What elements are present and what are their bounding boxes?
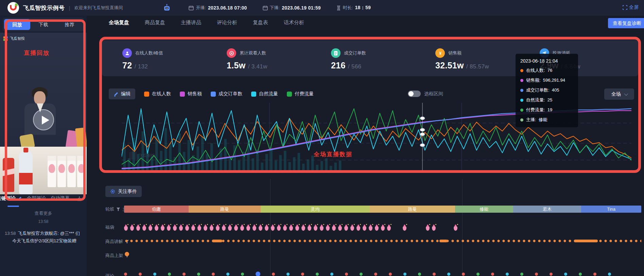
- tab-replay[interactable]: 回放: [4, 19, 30, 30]
- lucky-bag-icon[interactable]: [277, 226, 281, 231]
- event-dot[interactable]: [374, 273, 377, 276]
- lucky-bag-icon[interactable]: [326, 226, 330, 231]
- shift-segment-灵均[interactable]: 灵均: [261, 206, 370, 213]
- tab-product-review[interactable]: 商品复盘: [145, 19, 165, 26]
- legend-item-5[interactable]: 付费流量: [287, 91, 314, 97]
- event-dot[interactable]: [182, 273, 186, 276]
- shift-segment-Tina[interactable]: Tina: [581, 206, 641, 213]
- lucky-bag-icon[interactable]: [136, 226, 140, 231]
- event-dot[interactable]: [360, 273, 363, 276]
- event-dot[interactable]: [447, 273, 450, 276]
- lucky-bag-icon[interactable]: [167, 226, 171, 231]
- scope-dropdown[interactable]: 全场: [604, 88, 634, 100]
- lucky-bag-icon[interactable]: [253, 226, 256, 231]
- shift-segment-路曼[interactable]: 路曼: [189, 206, 261, 213]
- lucky-bag-icon[interactable]: [191, 226, 195, 231]
- tab-review-table[interactable]: 复盘表: [253, 19, 268, 26]
- lucky-bag-icon[interactable]: [149, 226, 152, 231]
- lucky-bag-icon[interactable]: [197, 226, 201, 231]
- event-dot[interactable]: [212, 273, 215, 276]
- lucky-bag-icon[interactable]: [124, 226, 128, 231]
- event-dot[interactable]: [608, 273, 611, 276]
- filter-icon[interactable]: [116, 207, 120, 211]
- lucky-bag-icon[interactable]: [350, 226, 354, 231]
- tab-comment-analysis[interactable]: 评论分析: [217, 19, 237, 26]
- lucky-bag-icon[interactable]: [204, 226, 207, 231]
- event-dot[interactable]: [462, 273, 465, 276]
- lucky-bag-icon[interactable]: [271, 226, 275, 231]
- lucky-bag-icon[interactable]: [234, 226, 238, 231]
- host-shift-bar[interactable]: 伯庸路曼灵均路曼修能若木Tina: [124, 206, 641, 213]
- lucky-bag-icon[interactable]: [259, 226, 262, 231]
- event-dot[interactable]: [286, 273, 290, 276]
- lucky-bag-icon[interactable]: [295, 226, 299, 231]
- lucky-bag-icon[interactable]: [283, 226, 287, 231]
- lucky-bag-icon[interactable]: [320, 226, 324, 231]
- lucky-bag-icon[interactable]: [265, 226, 268, 231]
- lucky-bag-icon[interactable]: [426, 226, 430, 231]
- legend-item-2[interactable]: 销售额: [180, 91, 202, 97]
- legend-item-1[interactable]: 在线人数: [144, 91, 171, 97]
- event-dot[interactable]: [535, 273, 538, 276]
- lucky-bag-icon[interactable]: [301, 226, 305, 231]
- lucky-bag-row[interactable]: [124, 223, 642, 231]
- event-dot-row[interactable]: [124, 272, 641, 276]
- event-dot[interactable]: [506, 273, 509, 276]
- legend-item-3[interactable]: 成交订单数: [211, 91, 242, 97]
- view-more-link[interactable]: 查看更多: [0, 210, 87, 216]
- event-dot[interactable]: [403, 273, 406, 276]
- lucky-bag-icon[interactable]: [369, 226, 372, 231]
- event-dot[interactable]: [272, 273, 275, 276]
- lucky-bag-icon[interactable]: [142, 226, 146, 231]
- event-dot[interactable]: [550, 273, 553, 276]
- event-dot-large[interactable]: [256, 272, 260, 276]
- video-player[interactable]: 飞瓜智投: [0, 33, 87, 194]
- event-dot[interactable]: [316, 273, 319, 276]
- event-dot[interactable]: [241, 273, 244, 276]
- lucky-bag-icon[interactable]: [228, 226, 232, 231]
- shift-segment-路曼[interactable]: 路曼: [370, 206, 455, 213]
- lucky-bag-icon[interactable]: [179, 226, 183, 231]
- tab-all-comments[interactable]: 全部评论: [27, 195, 46, 201]
- lucky-bag-icon[interactable]: [173, 226, 177, 231]
- event-dot[interactable]: [520, 273, 523, 276]
- play-button[interactable]: [33, 109, 54, 130]
- tab-auto-danmu[interactable]: 自动弹幕: [51, 195, 70, 201]
- talk-segment[interactable]: [574, 240, 598, 242]
- lucky-bag-icon[interactable]: [161, 226, 164, 231]
- tab-full-review[interactable]: 全场复盘: [109, 19, 129, 26]
- event-dot[interactable]: [345, 273, 348, 276]
- lucky-bag-icon[interactable]: [454, 226, 457, 231]
- lucky-bag-icon[interactable]: [363, 226, 366, 231]
- lucky-bag-icon[interactable]: [185, 226, 189, 231]
- lucky-bag-icon[interactable]: [222, 226, 226, 231]
- event-dot[interactable]: [491, 273, 494, 276]
- shift-segment-若木[interactable]: 若木: [513, 206, 581, 213]
- tab-host-pitch[interactable]: 主播讲品: [181, 19, 201, 26]
- lucky-bag-icon[interactable]: [130, 226, 134, 231]
- event-dot[interactable]: [168, 273, 171, 276]
- watch-events-button[interactable]: 关注事件: [105, 186, 142, 197]
- view-diagnosis-button[interactable]: 查看复盘诊断: [608, 18, 644, 28]
- fullscreen-button[interactable]: 全屏: [623, 4, 639, 11]
- event-dot[interactable]: [593, 273, 596, 276]
- event-dot[interactable]: [330, 273, 333, 276]
- lucky-bag-icon[interactable]: [403, 226, 406, 231]
- lucky-bag-icon[interactable]: [155, 226, 158, 231]
- lucky-bag-icon[interactable]: [381, 226, 385, 231]
- event-dot[interactable]: [139, 273, 142, 276]
- tab-key-comments[interactable]: 关键评论: [0, 195, 22, 201]
- lucky-bag-icon[interactable]: [344, 226, 348, 231]
- talk-segment[interactable]: [439, 240, 448, 242]
- lucky-bag-icon[interactable]: [332, 226, 336, 231]
- shift-segment-伯庸[interactable]: 伯庸: [124, 206, 189, 213]
- tab-script-analysis[interactable]: 话术分析: [284, 19, 304, 26]
- lucky-bag-icon[interactable]: [216, 226, 220, 231]
- lucky-bag-icon[interactable]: [375, 226, 379, 231]
- legend-item-4[interactable]: 自然流量: [251, 91, 278, 97]
- talk-segment[interactable]: [212, 240, 222, 242]
- event-dot[interactable]: [124, 273, 127, 276]
- event-dot[interactable]: [301, 273, 304, 276]
- tab-download[interactable]: 下载: [30, 19, 56, 30]
- event-dot[interactable]: [418, 273, 421, 276]
